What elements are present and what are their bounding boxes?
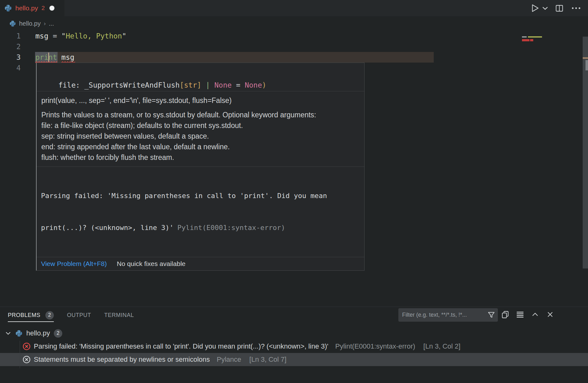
text-cursor — [48, 53, 49, 62]
problems-file-name: hello.py — [26, 329, 50, 337]
token-assign: = — [49, 32, 62, 40]
filter-icon[interactable] — [487, 311, 495, 319]
hover-status-bar: View Problem (Alt+F8) No quick fixes ava… — [37, 257, 364, 270]
problem-row-1[interactable]: Parsing failed: 'Missing parentheses in … — [0, 340, 588, 353]
tab-terminal[interactable]: TERMINAL — [104, 309, 134, 322]
problem-position: [Ln 3, Col 7] — [249, 355, 287, 364]
code-line-1[interactable]: msg = "Hello, Python" — [35, 31, 126, 41]
filter-input[interactable] — [402, 312, 487, 318]
expand-chevron-icon[interactable] — [5, 330, 12, 337]
tab-output[interactable]: OUTPUT — [67, 309, 91, 322]
token-quote: " — [122, 32, 126, 40]
no-quick-fixes-label: No quick fixes available — [117, 260, 185, 268]
docs-signature: print(value, ..., sep=' ', end='\n', fil… — [41, 95, 359, 106]
code-line-3[interactable]: print msg — [35, 52, 74, 63]
problems-file-row[interactable]: hello.py 2 — [0, 327, 588, 340]
tab-problems[interactable]: PROBLEMS 2 — [8, 309, 54, 322]
problem-source: Pylance — [217, 355, 241, 364]
view-mode-icon[interactable] — [516, 310, 524, 319]
minimap[interactable] — [519, 36, 538, 43]
hover-tooltip: file: _SupportsWriteAndFlush[str] | None… — [36, 63, 365, 271]
token-string: Hello, Python — [66, 32, 122, 40]
error-icon — [23, 355, 31, 364]
line-number: 1 — [0, 31, 21, 41]
scrollbar-slider[interactable] — [585, 60, 588, 70]
hover-diagnostic: Parsing failed: 'Missing parentheses in … — [37, 167, 364, 257]
problem-message: Statements must be separated by newlines… — [34, 355, 210, 364]
docs-line: end: string appended after the last valu… — [41, 141, 359, 152]
error-icon — [23, 342, 31, 350]
token-print: print — [35, 53, 57, 61]
token-quote: " — [61, 32, 66, 40]
problem-source: Pylint(E0001:syntax-error) — [335, 342, 415, 350]
docs-line: Prints the values to a stream, or to sys… — [41, 110, 359, 120]
token-msg: msg — [35, 32, 49, 40]
problem-row-2[interactable]: Statements must be separated by newlines… — [0, 353, 588, 366]
current-line-highlight — [35, 52, 434, 63]
bottom-panel: PROBLEMS 2 OUTPUT TERMINAL — [0, 307, 588, 383]
docs-line: sep: string inserted between values, def… — [41, 131, 359, 141]
tab-terminal-label: TERMINAL — [104, 312, 134, 319]
python-icon — [15, 330, 23, 337]
file-problems-badge: 2 — [54, 329, 62, 338]
close-panel-icon[interactable] — [546, 310, 555, 319]
line-number: 2 — [0, 41, 21, 52]
tree-indent-guide — [20, 341, 20, 368]
diagnostic-line-2: print(...)? (<unknown>, line 3)'Pylint(E… — [41, 222, 360, 233]
docs-line: file: a file-like object (stream); defau… — [41, 120, 359, 131]
signature-file-line: file: _SupportsWriteAndFlush[str] | None… — [41, 80, 364, 90]
problem-position: [Ln 3, Col 2] — [423, 342, 461, 350]
token-space — [57, 53, 61, 61]
hover-signature: file: _SupportsWriteAndFlush[str] | None… — [37, 63, 364, 91]
panel-tabs: PROBLEMS 2 OUTPUT TERMINAL — [8, 309, 134, 322]
docs-line: flush: whether to forcibly flush the str… — [41, 152, 359, 163]
line-number: 4 — [0, 63, 21, 73]
problems-filter — [398, 308, 498, 322]
hover-docs: print(value, ..., sep=' ', end='\n', fil… — [37, 91, 364, 166]
view-problem-link[interactable]: View Problem (Alt+F8) — [41, 260, 107, 268]
tab-output-label: OUTPUT — [67, 312, 91, 319]
tab-problems-label: PROBLEMS — [8, 312, 40, 319]
overview-ruler-cursor-marker — [583, 57, 588, 59]
view-as-table-icon[interactable] — [501, 310, 509, 319]
problems-count-badge: 2 — [45, 311, 54, 319]
diagnostic-source: Pylint(E0001:syntax-error) — [177, 224, 285, 232]
problems-tree: hello.py 2 Parsing failed: 'Missing pare… — [0, 327, 588, 366]
diagnostic-line-1: Parsing failed: 'Missing parentheses in … — [41, 191, 360, 201]
editor-scrollbar[interactable] — [583, 37, 588, 268]
line-number-active: 3 — [0, 52, 21, 63]
problem-message: Parsing failed: 'Missing parentheses in … — [34, 342, 328, 350]
maximize-panel-icon[interactable] — [531, 310, 539, 319]
token-msg: msg — [61, 53, 74, 61]
